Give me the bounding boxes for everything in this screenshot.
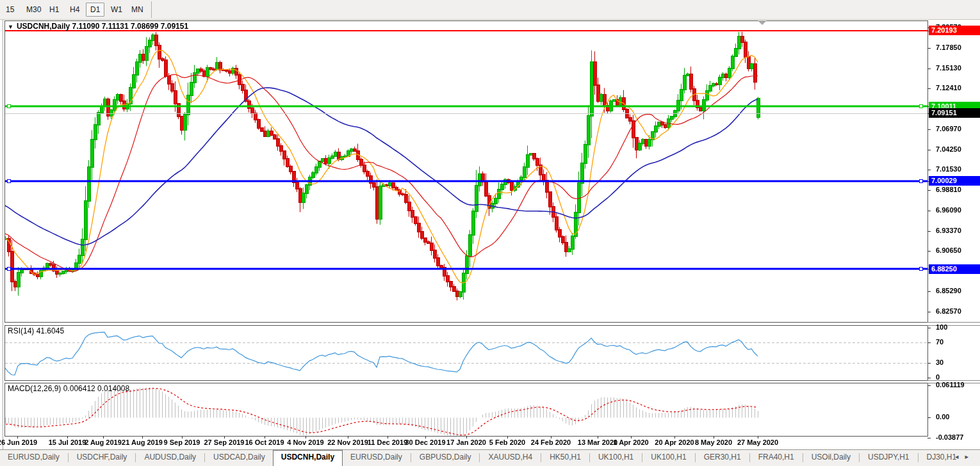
tab-separator	[642, 453, 642, 462]
tab-separator	[135, 453, 136, 462]
tab-separator	[479, 453, 480, 462]
price-badge-6-88250: 6.88250	[929, 264, 980, 274]
timeframe-button-15[interactable]: 15	[1, 3, 19, 17]
tab-separator	[589, 453, 590, 462]
chart-tab-usdchf-daily[interactable]: USDCHF,Daily	[69, 450, 135, 466]
chart-tab-xauusd-h4[interactable]: XAUUSD,H4	[480, 450, 540, 466]
price-axis-label: 7.17850	[936, 44, 961, 51]
price-axis-label: 6.98810	[936, 186, 961, 193]
price-axis-label: 6.93370	[936, 227, 961, 234]
chart-tab-hk50-h1[interactable]: HK50,H1	[542, 450, 589, 466]
chart-tab-uk100-h1[interactable]: UK100,H1	[643, 450, 694, 466]
toolbar-separator	[151, 1, 152, 18]
chart-tab-gbpusd-daily[interactable]: GBPUSD,Daily	[412, 450, 479, 466]
price-badge-7-09151: 7.09151	[929, 108, 980, 118]
price-badge-7-00029: 7.00029	[929, 176, 980, 186]
chart-tab-usoil-daily[interactable]: USOil,Daily	[804, 450, 858, 466]
tab-separator	[803, 453, 803, 462]
chart-tab-bar: EURUSD,DailyUSDCHF,DailyAUDUSD,DailyUSDC…	[0, 449, 980, 466]
chart-title-text: USDCNH,Daily 7.11090 7.11131 7.08699 7.0…	[17, 22, 188, 31]
rsi-axis-label: 0	[936, 373, 940, 381]
chart-tab-audusd-daily[interactable]: AUDUSD,Daily	[136, 450, 204, 466]
chart-tab-usdcnh-daily[interactable]: USDCNH,Daily	[273, 450, 343, 466]
tab-separator	[68, 453, 69, 462]
rsi-axis-label: 30	[936, 358, 943, 366]
chart-tab-eurusd-daily[interactable]: EURUSD,Daily	[0, 450, 67, 466]
collapse-arrow-icon[interactable]: ▼	[8, 24, 13, 30]
tab-separator	[859, 453, 860, 462]
tab-separator	[541, 453, 541, 462]
mt4-window: { "toolbar": { "timeframes": [ {"label":…	[0, 0, 980, 466]
chart-tab-usdcad-daily[interactable]: USDCAD,Daily	[206, 450, 273, 466]
date-axis-label: 27 May 2020	[729, 438, 787, 446]
timeframe-button-mn[interactable]: MN	[127, 3, 148, 17]
price-axis-label: 7.01530	[936, 165, 961, 173]
tabs-scroll-left-icon[interactable]: ◂	[955, 453, 965, 460]
tab-separator	[204, 453, 205, 462]
price-badge-7-20193: 7.20193	[929, 26, 980, 35]
macd-axis-label: 0.00	[936, 413, 949, 421]
chart-tab-usdjpy-h1[interactable]: USDJPY,H1	[860, 450, 917, 466]
timeframe-button-d1[interactable]: D1	[86, 3, 104, 17]
timeframe-toolbar: 15M30H1H4D1W1MN	[0, 0, 980, 20]
tabs-scroll-right-icon[interactable]: ▸	[965, 453, 975, 460]
chart-tab-fra40-h1[interactable]: FRA40,H1	[751, 450, 802, 466]
price-axis-label: 7.06970	[936, 125, 961, 133]
tab-separator	[695, 453, 696, 462]
chart-tab-ger30-h1[interactable]: GER30,H1	[696, 450, 749, 466]
timeframe-button-h4[interactable]: H4	[65, 3, 84, 17]
timeframe-button-w1[interactable]: W1	[106, 3, 127, 17]
rsi-axis-label: 70	[936, 338, 943, 346]
tab-separator	[749, 453, 750, 462]
rsi-indicator-label: RSI(14) 41.6045	[8, 326, 64, 335]
tab-separator	[918, 453, 919, 462]
macd-axis-label: 0.061119	[936, 381, 965, 389]
price-axis-label: 6.96090	[936, 206, 961, 214]
macd-indicator-label: MACD(12,26,9) 0.006412 0.014008	[8, 384, 129, 393]
chart-tab-eurusd-daily[interactable]: EURUSD,Daily	[343, 450, 410, 466]
price-axis-label: 7.15130	[936, 64, 961, 72]
price-axis-label: 7.12410	[936, 84, 961, 92]
price-axis-label: 6.82570	[936, 307, 961, 315]
price-axis-label: 7.04250	[936, 145, 961, 153]
timeframe-button-h1[interactable]: H1	[45, 3, 63, 17]
price-axis-label: 6.85290	[936, 287, 961, 294]
macd-axis-label: -0.03877	[936, 433, 963, 441]
price-chart-canvas[interactable]	[0, 0, 980, 466]
chart-tab-uk100-h1[interactable]: UK100,H1	[591, 450, 641, 466]
timeframe-button-m30[interactable]: M30	[22, 3, 45, 17]
chart-ohlc-title: ▼USDCNH,Daily 7.11090 7.11131 7.08699 7.…	[8, 22, 188, 31]
rsi-axis-label: 100	[936, 323, 947, 331]
price-axis-label: 6.90650	[936, 246, 961, 254]
tab-separator	[411, 453, 411, 462]
